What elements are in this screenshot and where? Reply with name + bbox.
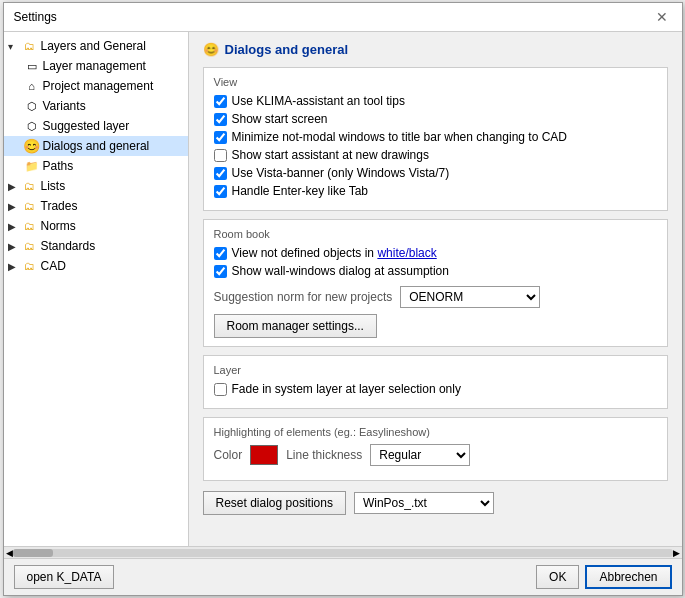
folder-icon-standards: 🗂	[22, 238, 38, 254]
winpos-select[interactable]: WinPos_.txt WinPos_default.txt	[354, 492, 494, 514]
expand-icon-standards: ▶	[8, 241, 22, 252]
sidebar-item-cad[interactable]: ▶ 🗂 CAD	[4, 256, 188, 276]
scrollbar-track	[13, 549, 673, 557]
sidebar-item-layers-general[interactable]: ▾ 🗂 Layers and General	[4, 36, 188, 56]
expand-icon-cad: ▶	[8, 261, 22, 272]
checkbox-klima-tooltips: Use KLIMA-assistant an tool tips	[214, 94, 657, 108]
room-manager-button[interactable]: Room manager settings...	[214, 314, 377, 338]
label-show-wall-windows: Show wall-windows dialog at assumption	[232, 264, 449, 278]
layer-section-label: Layer	[214, 364, 657, 376]
checkbox-show-start-assistant-input[interactable]	[214, 149, 227, 162]
sidebar-label-project-management: Project management	[43, 79, 154, 93]
main-content: ▾ 🗂 Layers and General ▭ Layer managemen…	[4, 32, 682, 546]
footer-left: open K_DATA	[14, 565, 115, 589]
highlighting-label: Highlighting of elements (eg.: Easylines…	[214, 426, 657, 438]
expand-icon-norms: ▶	[8, 221, 22, 232]
main-panel: 😊 Dialogs and general View Use KLIMA-ass…	[189, 32, 682, 546]
paths-icon: 📁	[24, 158, 40, 174]
sidebar-item-variants[interactable]: ⬡ Variants	[4, 96, 188, 116]
horizontal-scrollbar[interactable]: ◀ ▶	[4, 546, 682, 558]
sidebar-item-suggested-layer[interactable]: ⬡ Suggested layer	[4, 116, 188, 136]
highlighting-row: Color Line thickness Thin Regular Thick …	[214, 444, 657, 466]
label-show-start-assistant: Show start assistant at new drawings	[232, 148, 429, 162]
checkbox-show-start-assistant: Show start assistant at new drawings	[214, 148, 657, 162]
checkbox-vista-banner-input[interactable]	[214, 167, 227, 180]
checkbox-show-start-screen: Show start screen	[214, 112, 657, 126]
color-label: Color	[214, 448, 243, 462]
footer-bar: open K_DATA OK Abbrechen	[4, 558, 682, 595]
sidebar-item-dialogs-general[interactable]: 😊 Dialogs and general	[4, 136, 188, 156]
sidebar-label-lists: Lists	[41, 179, 66, 193]
footer-right: OK Abbrechen	[536, 565, 671, 589]
folder-icon-trades: 🗂	[22, 198, 38, 214]
folder-icon-layers-general: 🗂	[22, 38, 38, 54]
sidebar-label-suggested-layer: Suggested layer	[43, 119, 130, 133]
sidebar: ▾ 🗂 Layers and General ▭ Layer managemen…	[4, 32, 189, 546]
sidebar-item-layer-management[interactable]: ▭ Layer management	[4, 56, 188, 76]
home-icon: ⌂	[24, 78, 40, 94]
variants-icon: ⬡	[24, 98, 40, 114]
checkbox-minimize-modal: Minimize not-modal windows to title bar …	[214, 130, 657, 144]
expand-icon-trades: ▶	[8, 201, 22, 212]
room-book-section: Room book View not defined objects in wh…	[203, 219, 668, 347]
checkbox-show-wall-windows-input[interactable]	[214, 265, 227, 278]
sidebar-item-lists[interactable]: ▶ 🗂 Lists	[4, 176, 188, 196]
sidebar-item-norms[interactable]: ▶ 🗂 Norms	[4, 216, 188, 236]
smiley-icon: 😊	[24, 138, 40, 154]
cancel-button[interactable]: Abbrechen	[585, 565, 671, 589]
suggestion-norm-row: Suggestion norm for new projects OENORM …	[214, 286, 657, 308]
highlight-white-black: white/black	[377, 246, 436, 260]
expand-icon-layers-general: ▾	[8, 41, 22, 52]
checkbox-handle-enter: Handle Enter-key like Tab	[214, 184, 657, 198]
winpos-row: WinPos_.txt WinPos_default.txt	[354, 492, 494, 514]
sidebar-label-variants: Variants	[43, 99, 86, 113]
scrollbar-thumb[interactable]	[13, 549, 53, 557]
checkbox-view-not-defined-input[interactable]	[214, 247, 227, 260]
settings-dialog: Settings ✕ ▾ 🗂 Layers and General ▭ Laye…	[3, 2, 683, 596]
scroll-left-icon[interactable]: ◀	[6, 548, 13, 558]
view-section-label: View	[214, 76, 657, 88]
label-show-start-screen: Show start screen	[232, 112, 328, 126]
sidebar-label-norms: Norms	[41, 219, 76, 233]
label-minimize-modal: Minimize not-modal windows to title bar …	[232, 130, 568, 144]
reset-row: Reset dialog positions WinPos_.txt WinPo…	[203, 491, 668, 515]
color-swatch[interactable]	[250, 445, 278, 465]
scroll-right-icon[interactable]: ▶	[673, 548, 680, 558]
panel-title: 😊 Dialogs and general	[203, 42, 668, 57]
thickness-select[interactable]: Thin Regular Thick Extra Thick	[370, 444, 470, 466]
panel-title-icon: 😊	[203, 42, 219, 57]
open-k-data-button[interactable]: open K_DATA	[14, 565, 115, 589]
checkbox-fade-system-layer: Fade in system layer at layer selection …	[214, 382, 657, 396]
label-klima-tooltips: Use KLIMA-assistant an tool tips	[232, 94, 405, 108]
checkbox-handle-enter-input[interactable]	[214, 185, 227, 198]
thickness-label: Line thickness	[286, 448, 362, 462]
folder-icon-cad: 🗂	[22, 258, 38, 274]
sidebar-label-cad: CAD	[41, 259, 66, 273]
suggested-layer-icon: ⬡	[24, 118, 40, 134]
label-view-not-defined: View not defined objects in white/black	[232, 246, 437, 260]
ok-button[interactable]: OK	[536, 565, 579, 589]
folder-icon-norms: 🗂	[22, 218, 38, 234]
expand-icon-lists: ▶	[8, 181, 22, 192]
room-book-label: Room book	[214, 228, 657, 240]
checkbox-klima-tooltips-input[interactable]	[214, 95, 227, 108]
room-manager-row: Room manager settings...	[214, 314, 657, 338]
checkbox-fade-system-layer-input[interactable]	[214, 383, 227, 396]
checkbox-vista-banner: Use Vista-banner (only Windows Vista/7)	[214, 166, 657, 180]
close-button[interactable]: ✕	[652, 9, 672, 25]
sidebar-label-trades: Trades	[41, 199, 78, 213]
sidebar-label-dialogs-general: Dialogs and general	[43, 139, 150, 153]
sidebar-item-paths[interactable]: 📁 Paths	[4, 156, 188, 176]
suggestion-norm-select[interactable]: OENORM DIN SIA	[400, 286, 540, 308]
reset-dialog-positions-button[interactable]: Reset dialog positions	[203, 491, 346, 515]
checkbox-show-start-screen-input[interactable]	[214, 113, 227, 126]
sidebar-item-standards[interactable]: ▶ 🗂 Standards	[4, 236, 188, 256]
sidebar-item-trades[interactable]: ▶ 🗂 Trades	[4, 196, 188, 216]
checkbox-show-wall-windows: Show wall-windows dialog at assumption	[214, 264, 657, 278]
panel-title-text: Dialogs and general	[225, 42, 349, 57]
checkbox-minimize-modal-input[interactable]	[214, 131, 227, 144]
sidebar-item-project-management[interactable]: ⌂ Project management	[4, 76, 188, 96]
layer-section: Layer Fade in system layer at layer sele…	[203, 355, 668, 409]
sidebar-label-layer-management: Layer management	[43, 59, 146, 73]
view-section: View Use KLIMA-assistant an tool tips Sh…	[203, 67, 668, 211]
